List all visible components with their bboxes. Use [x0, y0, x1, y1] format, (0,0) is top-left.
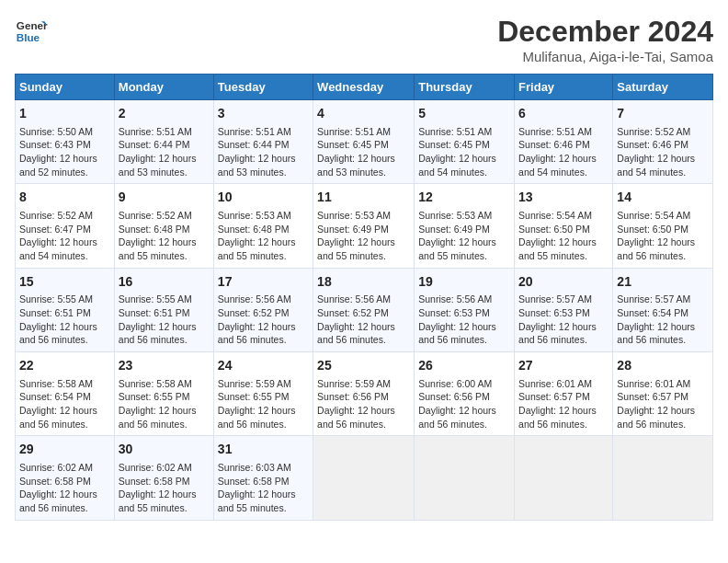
calendar-cell: 30Sunrise: 6:02 AMSunset: 6:58 PMDayligh… [114, 436, 213, 520]
sunset-text: Sunset: 6:55 PM [218, 391, 290, 402]
calendar-cell: 4Sunrise: 5:51 AMSunset: 6:45 PMDaylight… [313, 100, 415, 184]
sunset-text: Sunset: 6:57 PM [518, 391, 590, 402]
sunset-text: Sunset: 6:49 PM [317, 224, 389, 235]
sunset-text: Sunset: 6:48 PM [218, 224, 290, 235]
calendar-cell: 31Sunrise: 6:03 AMSunset: 6:58 PMDayligh… [213, 436, 313, 520]
sunset-text: Sunset: 6:57 PM [617, 391, 688, 402]
day-number: 1 [19, 105, 110, 123]
month-title: December 2024 [497, 15, 713, 49]
calendar-cell: 8Sunrise: 5:52 AMSunset: 6:47 PMDaylight… [16, 184, 115, 268]
day-number: 24 [218, 357, 309, 375]
calendar-cell: 10Sunrise: 5:53 AMSunset: 6:48 PMDayligh… [213, 184, 313, 268]
calendar-cell: 17Sunrise: 5:56 AMSunset: 6:52 PMDayligh… [213, 268, 313, 351]
day-number: 7 [617, 105, 709, 123]
sunrise-text: Sunrise: 5:56 AM [317, 293, 391, 304]
daylight-text: Daylight: 12 hours and 55 minutes. [218, 236, 296, 261]
sunset-text: Sunset: 6:54 PM [19, 391, 91, 402]
sunrise-text: Sunrise: 5:54 AM [617, 210, 690, 221]
day-number: 31 [218, 441, 309, 459]
calendar-cell: 24Sunrise: 5:59 AMSunset: 6:55 PMDayligh… [213, 352, 313, 436]
daylight-text: Daylight: 12 hours and 52 minutes. [19, 153, 97, 178]
logo: General Blue [15, 15, 48, 48]
sunrise-text: Sunrise: 6:01 AM [518, 378, 592, 389]
calendar-cell: 3Sunrise: 5:51 AMSunset: 6:44 PMDaylight… [213, 100, 313, 184]
day-number: 5 [418, 105, 510, 123]
sunset-text: Sunset: 6:44 PM [218, 139, 290, 150]
sunset-text: Sunset: 6:50 PM [617, 224, 688, 235]
week-row-3: 15Sunrise: 5:55 AMSunset: 6:51 PMDayligh… [16, 268, 713, 351]
calendar-cell: 5Sunrise: 5:51 AMSunset: 6:45 PMDaylight… [415, 100, 515, 184]
svg-text:Blue: Blue [17, 31, 40, 43]
day-number: 29 [19, 441, 110, 459]
week-row-1: 1Sunrise: 5:50 AMSunset: 6:43 PMDaylight… [16, 100, 713, 184]
calendar-cell: 11Sunrise: 5:53 AMSunset: 6:49 PMDayligh… [313, 184, 415, 268]
sunrise-text: Sunrise: 5:54 AM [518, 210, 592, 221]
day-number: 11 [317, 189, 410, 207]
day-number: 26 [418, 357, 510, 375]
sunset-text: Sunset: 6:51 PM [19, 307, 91, 318]
sunset-text: Sunset: 6:54 PM [617, 307, 688, 318]
day-number: 12 [418, 189, 510, 207]
daylight-text: Daylight: 12 hours and 56 minutes. [19, 488, 97, 513]
daylight-text: Daylight: 12 hours and 54 minutes. [518, 153, 597, 178]
day-number: 21 [617, 273, 709, 292]
sunset-text: Sunset: 6:46 PM [518, 139, 590, 150]
sunrise-text: Sunrise: 5:57 AM [518, 293, 592, 304]
calendar-cell [515, 436, 613, 520]
sunset-text: Sunset: 6:45 PM [418, 139, 490, 150]
sunset-text: Sunset: 6:55 PM [119, 391, 190, 402]
location-subtitle: Mulifanua, Aiga-i-le-Tai, Samoa [497, 49, 713, 64]
daylight-text: Daylight: 12 hours and 56 minutes. [119, 321, 197, 346]
sunset-text: Sunset: 6:45 PM [317, 139, 389, 150]
day-number: 3 [218, 105, 309, 123]
sunset-text: Sunset: 6:52 PM [317, 307, 389, 318]
sunset-text: Sunset: 6:56 PM [418, 391, 490, 402]
sunset-text: Sunset: 6:52 PM [218, 307, 290, 318]
day-number: 27 [518, 357, 609, 375]
sunrise-text: Sunrise: 5:52 AM [617, 126, 690, 137]
sunrise-text: Sunrise: 5:51 AM [119, 126, 192, 137]
sunrise-text: Sunrise: 5:58 AM [19, 378, 93, 389]
sunrise-text: Sunrise: 5:59 AM [218, 378, 291, 389]
sunset-text: Sunset: 6:56 PM [317, 391, 389, 402]
day-number: 6 [518, 105, 609, 123]
sunset-text: Sunset: 6:58 PM [218, 476, 290, 487]
calendar-table: SundayMondayTuesdayWednesdayThursdayFrid… [15, 74, 713, 521]
daylight-text: Daylight: 12 hours and 56 minutes. [617, 321, 695, 346]
sunrise-text: Sunrise: 6:01 AM [617, 378, 690, 389]
day-number: 14 [617, 189, 709, 207]
sunrise-text: Sunrise: 5:53 AM [418, 210, 492, 221]
sunrise-text: Sunrise: 6:00 AM [418, 378, 492, 389]
sunrise-text: Sunrise: 5:50 AM [19, 126, 93, 137]
header-sunday: Sunday [16, 75, 115, 100]
day-number: 9 [119, 189, 210, 207]
sunset-text: Sunset: 6:50 PM [518, 224, 590, 235]
sunset-text: Sunset: 6:51 PM [119, 307, 190, 318]
daylight-text: Daylight: 12 hours and 56 minutes. [617, 236, 695, 261]
week-row-2: 8Sunrise: 5:52 AMSunset: 6:47 PMDaylight… [16, 184, 713, 268]
daylight-text: Daylight: 12 hours and 55 minutes. [418, 236, 496, 261]
svg-text:General: General [17, 19, 48, 31]
calendar-cell: 23Sunrise: 5:58 AMSunset: 6:55 PMDayligh… [114, 352, 213, 436]
daylight-text: Daylight: 12 hours and 54 minutes. [19, 236, 97, 261]
sunset-text: Sunset: 6:48 PM [119, 224, 190, 235]
sunrise-text: Sunrise: 5:52 AM [19, 210, 93, 221]
logo-icon: General Blue [15, 15, 48, 48]
daylight-text: Daylight: 12 hours and 53 minutes. [218, 153, 296, 178]
daylight-text: Daylight: 12 hours and 56 minutes. [518, 405, 597, 430]
calendar-cell: 12Sunrise: 5:53 AMSunset: 6:49 PMDayligh… [415, 184, 515, 268]
header-monday: Monday [114, 75, 213, 100]
day-number: 28 [617, 357, 709, 375]
daylight-text: Daylight: 12 hours and 56 minutes. [617, 405, 695, 430]
header-saturday: Saturday [613, 75, 713, 100]
sunrise-text: Sunrise: 6:02 AM [19, 462, 93, 473]
week-row-4: 22Sunrise: 5:58 AMSunset: 6:54 PMDayligh… [16, 352, 713, 436]
title-area: December 2024 Mulifanua, Aiga-i-le-Tai, … [497, 15, 713, 64]
sunrise-text: Sunrise: 5:59 AM [317, 378, 391, 389]
daylight-text: Daylight: 12 hours and 56 minutes. [418, 405, 496, 430]
day-number: 22 [19, 357, 110, 375]
daylight-text: Daylight: 12 hours and 55 minutes. [119, 488, 197, 513]
daylight-text: Daylight: 12 hours and 54 minutes. [418, 153, 496, 178]
sunrise-text: Sunrise: 5:51 AM [317, 126, 391, 137]
day-number: 15 [19, 273, 110, 292]
